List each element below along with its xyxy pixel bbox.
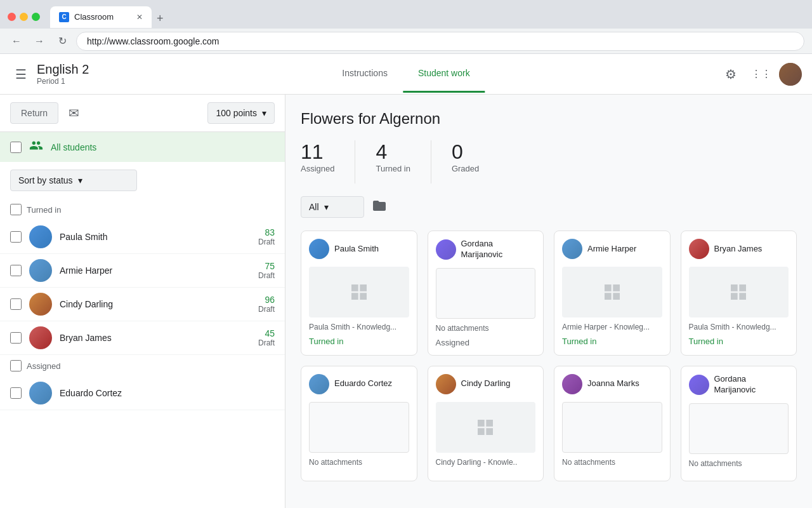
card-name-gordana2: Gordana Marijanovic	[714, 374, 789, 396]
card-thumbnail-gordana	[436, 268, 536, 319]
card-eduardo[interactable]: Eduardo Cortez No attachments	[301, 366, 417, 481]
student-row-armie[interactable]: Armie Harper 75 Draft	[0, 254, 285, 288]
card-filename-cindy: Cindy Darling - Knowle..	[428, 453, 544, 469]
back-button[interactable]: ←	[8, 32, 25, 50]
card-header-cindy: Cindy Darling	[428, 366, 544, 402]
forward-button[interactable]: →	[30, 32, 48, 50]
student-row-bryan[interactable]: Bryan James 45 Draft	[0, 321, 285, 355]
card-thumbnail-paula	[309, 267, 409, 318]
card-avatar-gordana2	[689, 375, 709, 395]
card-status-joanna	[554, 469, 670, 479]
card-name-paula: Paula Smith	[334, 244, 379, 255]
student-checkbox-cindy[interactable]	[10, 298, 22, 310]
settings-button[interactable]: ⚙	[718, 62, 743, 87]
tab-student-work[interactable]: Student work	[403, 55, 485, 93]
card-thumbnail-eduardo	[309, 402, 409, 453]
header-nav: Instructions Student work	[327, 55, 485, 93]
card-cindy[interactable]: Cindy Darling Cindy Darling - Knowle..	[428, 366, 544, 481]
header-actions: ⚙ ⋮⋮	[718, 62, 802, 87]
user-avatar[interactable]	[779, 63, 802, 86]
stat-graded: 0 Graded	[452, 140, 499, 184]
folder-button[interactable]	[372, 198, 387, 217]
card-filename-bryan: Paula Smith - Knowledg...	[681, 318, 797, 334]
filter-chevron-icon: ▾	[324, 202, 329, 212]
card-bryan[interactable]: Bryan James Paula Smith - Knowledg... Tu…	[681, 231, 797, 356]
grid-icon-bryan	[728, 282, 749, 302]
turned-in-checkbox[interactable]	[10, 204, 22, 215]
student-checkbox-paula[interactable]	[10, 231, 22, 243]
avatar-image	[779, 63, 802, 86]
card-filename-gordana: No attachments	[428, 319, 544, 335]
sidebar: Return ✉ 100 points ▾ All students Sort …	[0, 95, 285, 508]
card-avatar-eduardo2	[309, 374, 329, 394]
app-header: ☰ English 2 Period 1 Instructions Studen…	[0, 54, 812, 95]
student-checkbox-armie[interactable]	[10, 265, 22, 276]
avatar-paula	[29, 225, 52, 248]
all-students-row[interactable]: All students	[0, 132, 285, 162]
dot-green[interactable]	[32, 13, 40, 21]
address-input[interactable]	[76, 32, 804, 51]
grid-icon-armie	[602, 282, 622, 302]
card-gordana2[interactable]: Gordana Marijanovic No attachments	[681, 366, 797, 481]
refresh-button[interactable]: ↻	[53, 32, 71, 50]
avatar-eduardo	[29, 382, 52, 404]
card-status-eduardo	[301, 469, 417, 479]
grade-value-cindy: 96	[258, 295, 275, 305]
email-button[interactable]: ✉	[66, 103, 82, 123]
card-status-armie: Turned in	[554, 334, 670, 354]
points-label: 100 points	[216, 108, 257, 118]
tab-favicon: C	[59, 12, 69, 22]
card-filename-paula: Paula Smith - Knowledg...	[301, 318, 417, 334]
sort-chevron-icon: ▾	[78, 175, 82, 185]
filter-select[interactable]: All ▾	[301, 196, 364, 218]
assigned-checkbox[interactable]	[10, 360, 22, 371]
tab-close-icon[interactable]: ✕	[136, 13, 143, 22]
grade-value-bryan: 45	[258, 328, 275, 338]
address-bar-row: ← → ↻	[0, 29, 812, 54]
apps-button[interactable]: ⋮⋮	[749, 62, 774, 87]
student-checkbox-eduardo[interactable]	[10, 387, 22, 399]
student-row-eduardo[interactable]: Eduardo Cortez	[0, 377, 285, 410]
card-avatar-joanna	[562, 374, 582, 394]
sort-row: Sort by status ▾	[0, 162, 285, 199]
student-name-paula: Paula Smith	[60, 232, 251, 242]
student-name-armie: Armie Harper	[60, 265, 251, 276]
hamburger-menu-button[interactable]: ☰	[10, 62, 32, 87]
points-select[interactable]: 100 points ▾	[207, 102, 275, 124]
card-thumbnail-gordana2	[689, 403, 789, 454]
student-checkbox-bryan[interactable]	[10, 332, 22, 344]
dot-red[interactable]	[8, 13, 16, 21]
class-period: Period 1	[37, 77, 89, 86]
grade-label-bryan: Draft	[258, 338, 275, 347]
stats-row: 11 Assigned 4 Turned in 0 Graded	[301, 140, 797, 184]
cards-grid: Paula Smith Paula Smith - Knowledg... Tu…	[301, 231, 797, 481]
sort-select[interactable]: Sort by status ▾	[10, 170, 137, 191]
card-filename-eduardo: No attachments	[301, 453, 417, 469]
card-armie[interactable]: Armie Harper Armie Harper - Knowleg... T…	[554, 231, 671, 356]
stat-graded-number: 0	[452, 140, 479, 164]
avatar-armie	[29, 259, 52, 282]
grid-icon	[349, 282, 369, 302]
card-gordana[interactable]: Gordana Marijanovic No attachments Assig…	[428, 231, 544, 356]
browser-tab[interactable]: C Classroom ✕	[50, 6, 152, 28]
card-name-eduardo: Eduardo Cortez	[334, 378, 392, 389]
student-row-paula[interactable]: Paula Smith 83 Draft	[0, 220, 285, 254]
student-row-cindy[interactable]: Cindy Darling 96 Draft	[0, 288, 285, 321]
tab-instructions[interactable]: Instructions	[327, 55, 403, 93]
sort-label: Sort by status	[18, 175, 73, 185]
card-name-armie: Armie Harper	[587, 244, 636, 255]
grade-value-paula: 83	[258, 227, 275, 237]
card-status-cindy	[428, 469, 544, 479]
card-name-cindy: Cindy Darling	[461, 378, 511, 389]
avatar-bryan	[29, 326, 52, 349]
tab-area: C Classroom ✕ +	[50, 6, 804, 28]
assignment-title: Flowers for Algernon	[301, 110, 797, 128]
dot-yellow[interactable]	[20, 13, 28, 21]
return-button[interactable]: Return	[10, 102, 58, 124]
all-students-checkbox[interactable]	[10, 142, 22, 153]
student-grade-bryan: 45 Draft	[258, 328, 275, 347]
assigned-section-header: Assigned	[0, 355, 285, 377]
new-tab-button[interactable]: +	[152, 10, 169, 28]
card-paula[interactable]: Paula Smith Paula Smith - Knowledg... Tu…	[301, 231, 417, 356]
card-joanna[interactable]: Joanna Marks No attachments	[554, 366, 671, 481]
